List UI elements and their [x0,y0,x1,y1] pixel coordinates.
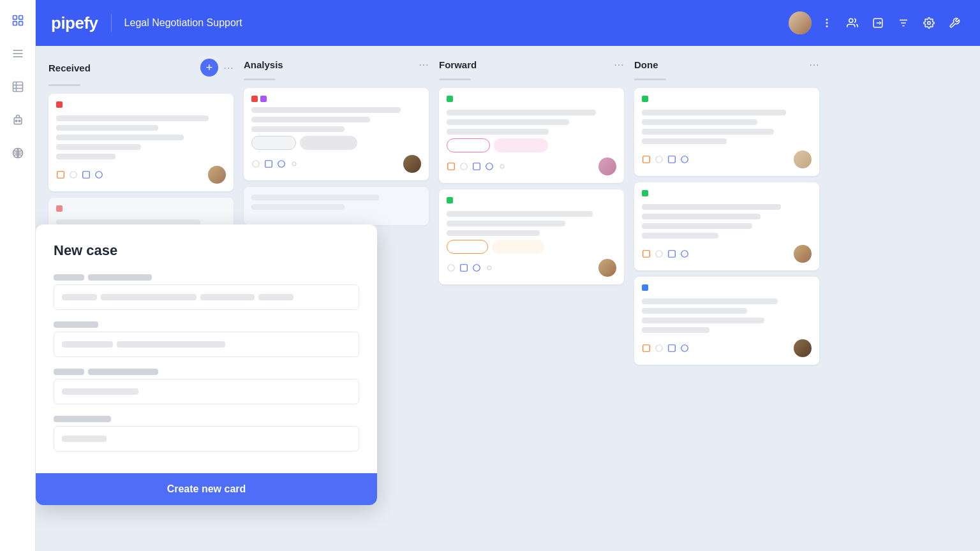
form-field-2 [54,321,359,357]
logo-text: pipefy [51,13,98,33]
form-label-2 [54,321,359,328]
modal-title: New case [54,242,359,259]
input-skel-1a [62,294,97,300]
svg-rect-3 [19,22,22,26]
header-divider [111,14,112,32]
form-field-4 [54,416,359,452]
modal-footer: Create new card [36,473,377,505]
input-skel-2a [62,341,113,348]
app-header: pipefy Legal Negotiation Support [36,0,980,46]
sidebar-item-table[interactable] [8,77,28,97]
more-icon[interactable] [817,13,837,33]
svg-point-18 [849,18,853,22]
tool-icon[interactable] [944,13,965,33]
label-skel-2a [54,321,98,328]
form-input-2[interactable] [54,332,359,357]
sidebar [0,0,36,551]
enter-icon[interactable] [868,13,888,33]
label-skel-1b [88,274,152,281]
input-skel-1d [258,294,293,300]
svg-point-13 [19,120,20,122]
main-content: pipefy Legal Negotiation Support [36,0,980,551]
label-skel-3a [54,369,84,375]
form-label-4 [54,416,359,422]
filter-icon[interactable] [893,13,914,33]
input-skel-2b [117,341,225,348]
sidebar-item-globe[interactable] [8,143,28,163]
form-label-1 [54,274,359,281]
svg-rect-0 [13,16,17,20]
label-skel-1a [54,274,84,281]
form-label-3 [54,369,359,375]
kanban-board: Received + ⋯ [36,46,980,551]
new-case-modal: New case [36,224,377,505]
sidebar-item-bot[interactable] [8,110,28,130]
svg-point-12 [15,120,17,122]
svg-point-15 [826,18,828,20]
svg-point-17 [826,26,828,27]
header-right [789,11,965,34]
svg-rect-7 [13,82,22,92]
input-skel-1b [101,294,197,300]
header-left: pipefy Legal Negotiation Support [51,13,242,33]
svg-point-16 [826,22,828,24]
label-skel-3b [88,369,158,375]
form-field-3 [54,369,359,404]
header-title: Legal Negotiation Support [124,17,242,29]
input-skel-3a [62,388,138,395]
logo: pipefy [51,13,98,33]
avatar[interactable] [789,11,812,34]
sidebar-item-grid[interactable] [8,10,28,31]
modal-overlay: New case [36,46,980,551]
svg-rect-1 [19,16,22,20]
svg-rect-2 [13,22,17,26]
create-new-card-button[interactable]: Create new card [167,483,246,495]
form-input-4[interactable] [54,426,359,452]
people-icon[interactable] [842,13,863,33]
input-skel-1c [200,294,255,300]
sidebar-item-list[interactable] [8,43,28,64]
modal-body: New case [36,224,377,473]
label-skel-4a [54,416,111,422]
settings-icon[interactable] [919,13,939,33]
form-input-3[interactable] [54,379,359,404]
form-input-1[interactable] [54,284,359,310]
svg-point-20 [928,22,931,25]
input-skel-4a [62,436,107,442]
form-field-1 [54,274,359,310]
